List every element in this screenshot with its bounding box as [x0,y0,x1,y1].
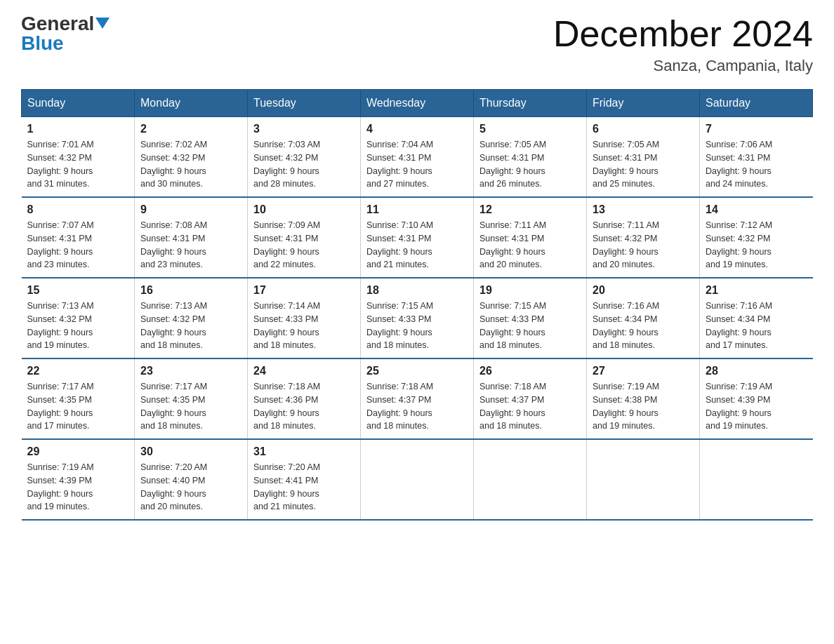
table-row: 10 Sunrise: 7:09 AMSunset: 4:31 PMDaylig… [248,197,361,278]
day-info: Sunrise: 7:18 AMSunset: 4:37 PMDaylight:… [366,382,433,431]
day-info: Sunrise: 7:16 AMSunset: 4:34 PMDaylight:… [706,301,772,350]
title-block: December 2024 Sanza, Campania, Italy [553,14,813,75]
table-row: 28 Sunrise: 7:19 AMSunset: 4:39 PMDaylig… [700,358,813,439]
day-info: Sunrise: 7:02 AMSunset: 4:32 PMDaylight:… [140,140,207,189]
day-info: Sunrise: 7:01 AMSunset: 4:32 PMDaylight:… [27,140,94,189]
day-number: 2 [140,123,241,135]
day-number: 22 [27,365,129,377]
day-info: Sunrise: 7:11 AMSunset: 4:32 PMDaylight:… [593,220,659,269]
day-number: 29 [27,445,129,458]
month-title: December 2024 [553,14,813,54]
table-row: 6 Sunrise: 7:05 AMSunset: 4:31 PMDayligh… [587,117,700,198]
table-row: 25 Sunrise: 7:18 AMSunset: 4:37 PMDaylig… [361,358,474,439]
day-info: Sunrise: 7:09 AMSunset: 4:31 PMDaylight:… [253,220,320,269]
day-info: Sunrise: 7:15 AMSunset: 4:33 PMDaylight:… [366,301,433,350]
day-info: Sunrise: 7:17 AMSunset: 4:35 PMDaylight:… [27,382,94,431]
day-number: 24 [253,365,355,377]
table-row: 13 Sunrise: 7:11 AMSunset: 4:32 PMDaylig… [587,197,700,278]
day-number: 16 [140,284,241,297]
day-info: Sunrise: 7:17 AMSunset: 4:35 PMDaylight:… [140,382,207,431]
day-number: 5 [479,123,581,135]
table-row: 9 Sunrise: 7:08 AMSunset: 4:31 PMDayligh… [135,197,248,278]
day-info: Sunrise: 7:19 AMSunset: 4:39 PMDaylight:… [27,462,94,511]
table-row: 30 Sunrise: 7:20 AMSunset: 4:40 PMDaylig… [135,439,248,520]
day-info: Sunrise: 7:20 AMSunset: 4:40 PMDaylight:… [140,462,207,511]
day-number: 1 [27,123,129,135]
calendar-week-row: 1 Sunrise: 7:01 AMSunset: 4:32 PMDayligh… [22,117,813,198]
table-row: 12 Sunrise: 7:11 AMSunset: 4:31 PMDaylig… [474,197,587,278]
table-row: 27 Sunrise: 7:19 AMSunset: 4:38 PMDaylig… [587,358,700,439]
table-row: 4 Sunrise: 7:04 AMSunset: 4:31 PMDayligh… [361,117,474,198]
table-row: 31 Sunrise: 7:20 AMSunset: 4:41 PMDaylig… [248,439,361,520]
day-number: 23 [140,365,241,377]
table-row: 15 Sunrise: 7:13 AMSunset: 4:32 PMDaylig… [22,278,135,358]
table-row: 3 Sunrise: 7:03 AMSunset: 4:32 PMDayligh… [248,117,361,198]
day-number: 15 [27,284,129,297]
day-info: Sunrise: 7:07 AMSunset: 4:31 PMDaylight:… [27,220,94,269]
calendar-week-row: 29 Sunrise: 7:19 AMSunset: 4:39 PMDaylig… [22,439,813,520]
logo-triangle-icon [95,18,110,29]
day-info: Sunrise: 7:03 AMSunset: 4:32 PMDaylight:… [253,140,320,189]
header-friday: Friday [587,90,700,117]
table-row [361,439,474,520]
table-row: 2 Sunrise: 7:02 AMSunset: 4:32 PMDayligh… [135,117,248,198]
table-row: 26 Sunrise: 7:18 AMSunset: 4:37 PMDaylig… [474,358,587,439]
header-tuesday: Tuesday [248,90,361,117]
calendar-table: Sunday Monday Tuesday Wednesday Thursday… [21,89,813,521]
day-info: Sunrise: 7:05 AMSunset: 4:31 PMDaylight:… [593,140,659,189]
day-number: 4 [366,123,468,135]
location-subtitle: Sanza, Campania, Italy [553,57,813,75]
header-thursday: Thursday [474,90,587,117]
day-info: Sunrise: 7:08 AMSunset: 4:31 PMDaylight:… [140,220,207,269]
day-info: Sunrise: 7:18 AMSunset: 4:36 PMDaylight:… [253,382,320,431]
day-number: 20 [593,284,694,297]
day-number: 11 [366,203,468,216]
day-number: 8 [27,203,129,216]
header-wednesday: Wednesday [361,90,474,117]
table-row: 19 Sunrise: 7:15 AMSunset: 4:33 PMDaylig… [474,278,587,358]
day-number: 13 [593,203,694,216]
day-info: Sunrise: 7:19 AMSunset: 4:39 PMDaylight:… [706,382,772,431]
table-row: 20 Sunrise: 7:16 AMSunset: 4:34 PMDaylig… [587,278,700,358]
table-row: 21 Sunrise: 7:16 AMSunset: 4:34 PMDaylig… [700,278,813,358]
day-number: 17 [253,284,355,297]
day-number: 3 [253,123,355,135]
day-number: 12 [479,203,581,216]
table-row: 16 Sunrise: 7:13 AMSunset: 4:32 PMDaylig… [135,278,248,358]
table-row: 24 Sunrise: 7:18 AMSunset: 4:36 PMDaylig… [248,358,361,439]
day-info: Sunrise: 7:20 AMSunset: 4:41 PMDaylight:… [253,462,320,511]
day-info: Sunrise: 7:19 AMSunset: 4:38 PMDaylight:… [593,382,659,431]
day-info: Sunrise: 7:10 AMSunset: 4:31 PMDaylight:… [366,220,433,269]
logo-general-text: General [21,14,94,34]
table-row: 29 Sunrise: 7:19 AMSunset: 4:39 PMDaylig… [22,439,135,520]
day-info: Sunrise: 7:13 AMSunset: 4:32 PMDaylight:… [140,301,207,350]
calendar-header-row: Sunday Monday Tuesday Wednesday Thursday… [22,90,813,117]
day-info: Sunrise: 7:18 AMSunset: 4:37 PMDaylight:… [479,382,546,431]
day-number: 27 [593,365,694,377]
day-info: Sunrise: 7:06 AMSunset: 4:31 PMDaylight:… [706,140,772,189]
day-number: 25 [366,365,468,377]
table-row: 23 Sunrise: 7:17 AMSunset: 4:35 PMDaylig… [135,358,248,439]
day-number: 10 [253,203,355,216]
table-row: 11 Sunrise: 7:10 AMSunset: 4:31 PMDaylig… [361,197,474,278]
day-number: 9 [140,203,241,216]
header-monday: Monday [135,90,248,117]
day-info: Sunrise: 7:11 AMSunset: 4:31 PMDaylight:… [479,220,546,269]
day-info: Sunrise: 7:04 AMSunset: 4:31 PMDaylight:… [366,140,433,189]
day-info: Sunrise: 7:12 AMSunset: 4:32 PMDaylight:… [706,220,772,269]
page-header: General Blue December 2024 Sanza, Campan… [21,14,813,75]
day-number: 19 [479,284,581,297]
table-row: 1 Sunrise: 7:01 AMSunset: 4:32 PMDayligh… [22,117,135,198]
table-row [474,439,587,520]
calendar-week-row: 15 Sunrise: 7:13 AMSunset: 4:32 PMDaylig… [22,278,813,358]
table-row: 7 Sunrise: 7:06 AMSunset: 4:31 PMDayligh… [700,117,813,198]
table-row: 22 Sunrise: 7:17 AMSunset: 4:35 PMDaylig… [22,358,135,439]
day-number: 14 [706,203,807,216]
logo-blue-text: Blue [21,34,64,53]
table-row: 8 Sunrise: 7:07 AMSunset: 4:31 PMDayligh… [22,197,135,278]
day-number: 26 [479,365,581,377]
day-number: 6 [593,123,694,135]
table-row: 17 Sunrise: 7:14 AMSunset: 4:33 PMDaylig… [248,278,361,358]
calendar-week-row: 22 Sunrise: 7:17 AMSunset: 4:35 PMDaylig… [22,358,813,439]
table-row [700,439,813,520]
